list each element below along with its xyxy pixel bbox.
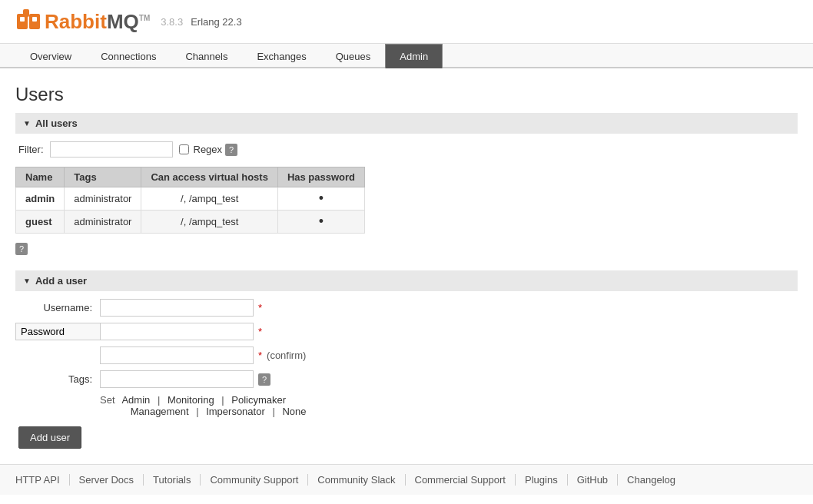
user-tags-admin: administrator xyxy=(65,187,141,211)
tags-input[interactable] xyxy=(100,370,254,388)
col-password: Has password xyxy=(277,167,364,187)
password-select-label: Password Hashed password xyxy=(15,323,92,340)
filter-help-icon[interactable]: ? xyxy=(225,144,237,156)
all-users-section-header[interactable]: ▼ All users xyxy=(15,113,798,134)
user-haspassword-guest: • xyxy=(277,211,364,234)
password-confirm-row: * (confirm) xyxy=(15,346,798,364)
tag-management[interactable]: Management xyxy=(131,406,189,417)
col-tags: Tags xyxy=(65,167,141,187)
tags-label: Tags: xyxy=(15,373,92,385)
username-input[interactable] xyxy=(100,299,254,317)
nav-exchanges[interactable]: Exchanges xyxy=(242,44,320,68)
username-label: Username: xyxy=(15,302,92,313)
nav-queues[interactable]: Queues xyxy=(321,44,386,68)
footer-http-api[interactable]: HTTP API xyxy=(15,474,70,486)
footer-community-support[interactable]: Community Support xyxy=(201,474,308,486)
tag-none[interactable]: None xyxy=(282,406,306,417)
logo: RabbitMQTM 3.8.3 Erlang 22.3 xyxy=(15,8,242,35)
tag-monitoring[interactable]: Monitoring xyxy=(168,394,214,406)
tags-help-icon[interactable]: ? xyxy=(258,373,270,386)
footer-tutorials[interactable]: Tutorials xyxy=(144,474,201,486)
table-help-icon[interactable]: ? xyxy=(15,243,28,255)
confirm-label: (confirm) xyxy=(267,350,306,361)
password-confirm-input[interactable] xyxy=(100,346,254,364)
tag-impersonator[interactable]: Impersonator xyxy=(206,406,265,417)
password-required: * xyxy=(258,326,262,337)
username-required: * xyxy=(258,302,262,313)
users-table: Name Tags Can access virtual hosts Has p… xyxy=(15,167,365,234)
footer-github[interactable]: GitHub xyxy=(568,474,618,486)
footer-commercial-support[interactable]: Commercial Support xyxy=(406,474,516,486)
erlang-version: Erlang 22.3 xyxy=(191,16,242,28)
nav-connections[interactable]: Connections xyxy=(86,44,171,68)
filter-label: Filter: xyxy=(18,144,44,155)
collapse-arrow: ▼ xyxy=(23,119,31,128)
user-tags-guest: administrator xyxy=(65,211,141,234)
header: RabbitMQTM 3.8.3 Erlang 22.3 xyxy=(0,0,813,44)
footer-changelog[interactable]: Changelog xyxy=(618,474,685,486)
svg-rect-3 xyxy=(20,17,25,22)
logo-rabbit: Rabbit xyxy=(45,10,107,33)
logo-mq: MQ xyxy=(107,10,139,33)
password-input[interactable] xyxy=(100,323,254,340)
footer-community-slack[interactable]: Community Slack xyxy=(308,474,405,486)
user-haspassword-admin: • xyxy=(277,187,364,211)
add-user-arrow: ▼ xyxy=(23,277,31,285)
user-name-guest[interactable]: guest xyxy=(25,216,52,227)
add-user-section-header[interactable]: ▼ Add a user xyxy=(15,270,798,291)
password-row: Password Hashed password * xyxy=(15,323,798,340)
footer: HTTP API Server Docs Tutorials Community… xyxy=(0,464,813,495)
nav-bar: Overview Connections Channels Exchanges … xyxy=(0,44,813,68)
all-users-label: All users xyxy=(35,118,78,129)
svg-rect-2 xyxy=(23,9,29,17)
tag-policymaker[interactable]: Policymaker xyxy=(231,394,286,406)
user-name-admin[interactable]: admin xyxy=(25,193,55,204)
filter-row: Filter: Regex ? xyxy=(15,141,798,158)
version-number: 3.8.3 xyxy=(161,16,183,28)
add-user-label: Add a user xyxy=(35,275,87,287)
table-row: guest administrator /, /ampq_test • xyxy=(16,211,365,234)
tags-row: Tags: ? xyxy=(15,370,798,388)
set-tags-row: Set Admin | Monitoring | Policymaker Man… xyxy=(100,394,798,417)
page-title: Users xyxy=(15,84,798,105)
user-vhosts-guest: /, /ampq_test xyxy=(141,211,277,234)
regex-label: Regex xyxy=(194,144,223,155)
footer-server-docs[interactable]: Server Docs xyxy=(70,474,144,486)
regex-checkbox[interactable] xyxy=(179,144,189,154)
add-user-button[interactable]: Add user xyxy=(18,426,81,449)
nav-channels[interactable]: Channels xyxy=(171,44,242,68)
col-name: Name xyxy=(16,167,65,187)
filter-input[interactable] xyxy=(50,141,173,158)
col-vhosts: Can access virtual hosts xyxy=(141,167,277,187)
password-confirm-required: * xyxy=(258,350,262,361)
svg-rect-4 xyxy=(32,17,37,22)
set-label: Set xyxy=(100,394,115,406)
tag-admin[interactable]: Admin xyxy=(121,394,150,406)
username-row: Username: * xyxy=(15,299,798,317)
footer-plugins[interactable]: Plugins xyxy=(516,474,568,486)
table-row: admin administrator /, /ampq_test • xyxy=(16,187,365,211)
rabbitmq-logo-icon xyxy=(15,8,43,35)
nav-overview[interactable]: Overview xyxy=(15,44,86,68)
user-vhosts-admin: /, /ampq_test xyxy=(141,187,277,211)
nav-admin[interactable]: Admin xyxy=(385,44,443,68)
main-content: Users ▼ All users Filter: Regex ? Name T… xyxy=(0,68,813,464)
logo-tm: TM xyxy=(139,14,150,22)
